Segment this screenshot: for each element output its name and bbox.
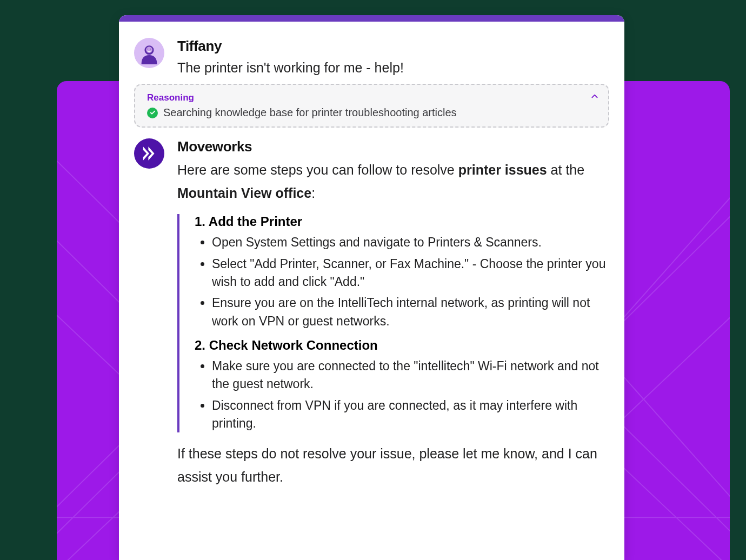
svg-point-9	[148, 49, 149, 50]
bot-name: Moveworks	[177, 138, 609, 155]
moveworks-logo-icon	[141, 145, 158, 162]
list-item: Open System Settings and navigate to Pri…	[212, 234, 609, 251]
bot-avatar	[134, 138, 164, 169]
reasoning-label: Reasoning	[147, 92, 596, 103]
step-title: 2. Check Network Connection	[195, 338, 609, 353]
chevron-up-icon[interactable]	[591, 92, 598, 102]
reasoning-step-text: Searching knowledge base for printer tro…	[163, 106, 457, 119]
list-item: Select "Add Printer, Scanner, or Fax Mac…	[212, 255, 609, 291]
list-item: Disconnect from VPN if you are connected…	[212, 397, 609, 433]
bot-message-row: Moveworks Here are some steps you can fo…	[119, 128, 624, 495]
steps-block: 1. Add the PrinterOpen System Settings a…	[177, 214, 609, 432]
user-avatar	[134, 38, 164, 68]
check-circle-icon	[147, 108, 158, 118]
bot-outro-text: If these steps do not resolve your issue…	[177, 442, 609, 488]
card-top-accent	[119, 15, 624, 22]
user-message-row: Tiffany The printer isn't working for me…	[119, 22, 624, 84]
list-item: Ensure you are on the IntelliTech intern…	[212, 294, 609, 330]
step-title: 1. Add the Printer	[195, 214, 609, 229]
person-icon	[138, 42, 161, 64]
svg-point-10	[150, 49, 151, 50]
chat-card: Tiffany The printer isn't working for me…	[119, 15, 624, 560]
bot-intro-text: Here are some steps you can follow to re…	[177, 158, 609, 204]
user-message-text: The printer isn't working for me - help!	[177, 58, 609, 77]
list-item: Make sure you are connected to the "inte…	[212, 357, 609, 394]
step-bullets: Open System Settings and navigate to Pri…	[195, 234, 609, 330]
reasoning-panel[interactable]: Reasoning Searching knowledge base for p…	[134, 84, 609, 128]
step-bullets: Make sure you are connected to the "inte…	[195, 357, 609, 432]
user-name: Tiffany	[177, 38, 609, 55]
